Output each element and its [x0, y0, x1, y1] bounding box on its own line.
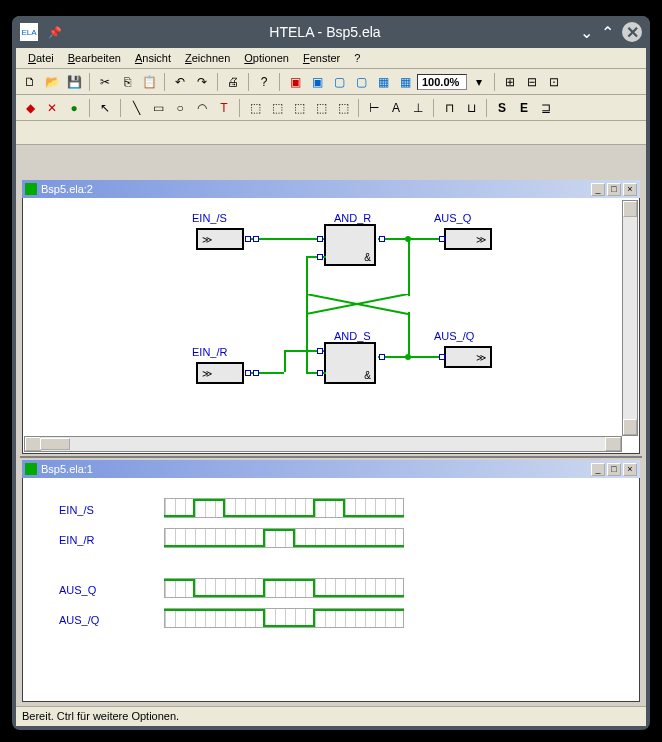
mdi-maximize-button[interactable]: □ — [607, 463, 621, 476]
pointer-icon[interactable]: ↖ — [95, 98, 115, 118]
tool-icon[interactable]: ⊟ — [522, 72, 542, 92]
new-icon[interactable]: 🗋 — [20, 72, 40, 92]
menu-ansicht[interactable]: Ansicht — [129, 50, 177, 66]
mdi-close-button[interactable]: × — [623, 463, 637, 476]
tool-icon[interactable]: ⬚ — [267, 98, 287, 118]
mdi-titlebar[interactable]: Bsp5.ela:1 _ □ × — [22, 460, 640, 478]
toolbar-extra — [16, 121, 646, 145]
line-icon[interactable]: ╲ — [126, 98, 146, 118]
mdi-maximize-button[interactable]: □ — [607, 183, 621, 196]
tool-icon[interactable]: A — [386, 98, 406, 118]
wave-aus-q — [164, 578, 404, 598]
minimize-button[interactable]: ⌄ — [580, 23, 593, 42]
timing-label: AUS_Q — [59, 584, 96, 596]
tool-icon[interactable]: ▦ — [373, 72, 393, 92]
menu-datei[interactable]: Datei — [22, 50, 60, 66]
pin — [245, 370, 251, 376]
timing-canvas[interactable]: EIN_/S EIN_/R AUS_Q AUS_/Q — [24, 480, 638, 700]
maximize-button[interactable]: ⌃ — [601, 23, 614, 42]
wire — [408, 312, 410, 356]
timing-label: EIN_/S — [59, 504, 94, 516]
and-gate-r[interactable] — [324, 224, 376, 266]
tool-icon[interactable]: ◆ — [20, 98, 40, 118]
separator — [120, 99, 121, 117]
menu-zeichnen[interactable]: Zeichnen — [179, 50, 236, 66]
rect-icon[interactable]: ▭ — [148, 98, 168, 118]
tool-icon[interactable]: S — [492, 98, 512, 118]
separator — [239, 99, 240, 117]
tool-icon[interactable]: ⬚ — [333, 98, 353, 118]
label-and-s: AND_S — [334, 330, 371, 342]
label-aus-q: AUS_Q — [434, 212, 471, 224]
input-block-r[interactable] — [196, 362, 244, 384]
tool-icon[interactable]: ▦ — [395, 72, 415, 92]
and-gate-s[interactable] — [324, 342, 376, 384]
separator — [433, 99, 434, 117]
help-icon[interactable]: ? — [254, 72, 274, 92]
menubar: Datei Bearbeiten Ansicht Zeichnen Option… — [16, 48, 646, 69]
pin — [379, 236, 385, 242]
tool-icon[interactable]: ⬚ — [245, 98, 265, 118]
open-icon[interactable]: 📂 — [42, 72, 62, 92]
pin-icon[interactable]: 📌 — [48, 26, 62, 39]
mdi-minimize-button[interactable]: _ — [591, 463, 605, 476]
mdi-close-button[interactable]: × — [623, 183, 637, 196]
print-icon[interactable]: 🖨 — [223, 72, 243, 92]
pin — [439, 354, 445, 360]
pin — [253, 370, 259, 376]
mdi-title-text: Bsp5.ela:2 — [41, 183, 93, 195]
arc-icon[interactable]: ◠ — [192, 98, 212, 118]
paste-icon[interactable]: 📋 — [139, 72, 159, 92]
menu-help[interactable]: ? — [348, 50, 366, 66]
separator — [494, 73, 495, 91]
wire-node — [405, 354, 411, 360]
output-block-q[interactable] — [444, 228, 492, 250]
tool-icon[interactable]: ● — [64, 98, 84, 118]
tool-icon[interactable]: ⬚ — [311, 98, 331, 118]
circle-icon[interactable]: ○ — [170, 98, 190, 118]
tool-icon[interactable]: ⊓ — [439, 98, 459, 118]
menu-bearbeiten[interactable]: Bearbeiten — [62, 50, 127, 66]
mdi-titlebar[interactable]: Bsp5.ela:2 _ □ × — [22, 180, 640, 198]
save-icon[interactable]: 💾 — [64, 72, 84, 92]
wire — [408, 238, 410, 296]
wave-ein-r — [164, 528, 404, 548]
label-and-r: AND_R — [334, 212, 371, 224]
tool-icon[interactable]: ▣ — [285, 72, 305, 92]
close-button[interactable]: ✕ — [622, 22, 642, 42]
mdi-minimize-button[interactable]: _ — [591, 183, 605, 196]
tool-icon[interactable]: ⊢ — [364, 98, 384, 118]
copy-icon[interactable]: ⎘ — [117, 72, 137, 92]
tool-icon[interactable]: ⊒ — [536, 98, 556, 118]
scrollbar-horizontal[interactable] — [24, 436, 622, 452]
menu-fenster[interactable]: Fenster — [297, 50, 346, 66]
tool-icon[interactable]: ▢ — [329, 72, 349, 92]
redo-icon[interactable]: ↷ — [192, 72, 212, 92]
zoom-dropdown-icon[interactable]: ▾ — [469, 72, 489, 92]
pin — [439, 236, 445, 242]
tool-icon[interactable]: E — [514, 98, 534, 118]
mdi-window-timing: Bsp5.ela:1 _ □ × EIN_/S EIN_/R AUS_Q AUS… — [20, 458, 642, 704]
text-icon[interactable]: T — [214, 98, 234, 118]
menu-optionen[interactable]: Optionen — [238, 50, 295, 66]
tool-icon[interactable]: ⬚ — [289, 98, 309, 118]
output-block-nq[interactable] — [444, 346, 492, 368]
cut-icon[interactable]: ✂ — [95, 72, 115, 92]
input-block-s[interactable] — [196, 228, 244, 250]
toolbar-main: 🗋 📂 💾 ✂ ⎘ 📋 ↶ ↷ 🖨 ? ▣ ▣ ▢ ▢ ▦ ▦ 100.0% ▾… — [16, 69, 646, 95]
window-controls: ⌄ ⌃ ✕ — [580, 22, 642, 42]
tool-icon[interactable]: ✕ — [42, 98, 62, 118]
tool-icon[interactable]: ▣ — [307, 72, 327, 92]
scrollbar-vertical[interactable] — [622, 200, 638, 436]
tool-icon[interactable]: ⊔ — [461, 98, 481, 118]
zoom-input[interactable]: 100.0% — [417, 74, 467, 90]
wire-cross — [306, 294, 410, 316]
tool-icon[interactable]: ⊥ — [408, 98, 428, 118]
pin — [317, 236, 323, 242]
tool-icon[interactable]: ⊡ — [544, 72, 564, 92]
wire — [306, 372, 326, 374]
undo-icon[interactable]: ↶ — [170, 72, 190, 92]
tool-icon[interactable]: ▢ — [351, 72, 371, 92]
tool-icon[interactable]: ⊞ — [500, 72, 520, 92]
schematic-canvas[interactable]: EIN_/S AND_R AUS_Q EIN_/R AND_S AUS_/Q — [24, 200, 622, 436]
